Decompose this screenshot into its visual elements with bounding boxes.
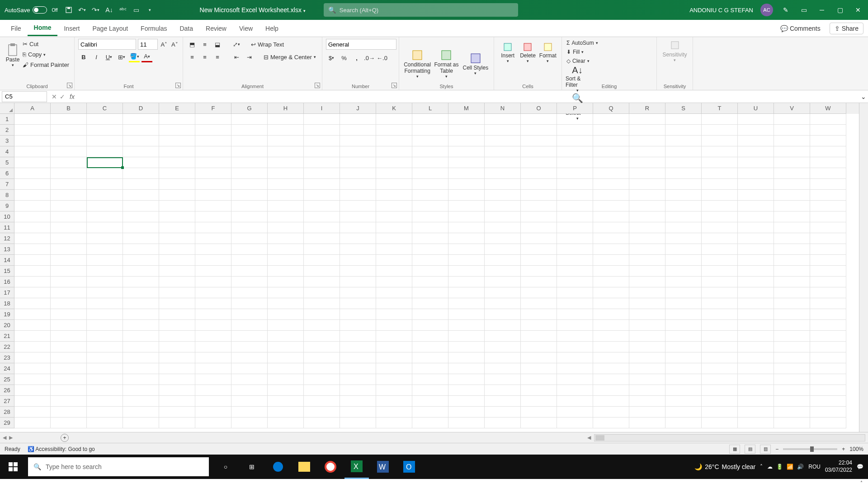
cell[interactable] (412, 298, 448, 309)
cell[interactable] (340, 125, 376, 136)
cell[interactable] (738, 114, 774, 125)
decrease-font-icon[interactable]: A˅ (170, 39, 179, 50)
row-header[interactable]: 8 (0, 190, 14, 201)
row-header[interactable]: 10 (0, 211, 14, 222)
cell[interactable] (159, 211, 195, 222)
cell[interactable] (810, 136, 846, 146)
cell[interactable] (702, 352, 738, 363)
cell[interactable] (87, 396, 123, 407)
cell[interactable] (485, 309, 521, 320)
cell[interactable] (376, 146, 412, 157)
cell[interactable] (702, 233, 738, 244)
cell[interactable] (51, 222, 87, 233)
task-view-icon[interactable]: ⊞ (240, 455, 264, 479)
cell[interactable] (629, 342, 665, 352)
borders-button[interactable]: ⊞▾ (116, 52, 127, 62)
row-header[interactable]: 4 (0, 146, 14, 157)
cell[interactable] (448, 136, 485, 146)
cell[interactable] (376, 418, 412, 428)
cell[interactable] (810, 352, 846, 363)
cell[interactable] (412, 363, 448, 374)
cell[interactable] (738, 179, 774, 190)
cell[interactable] (123, 244, 159, 255)
cell[interactable] (123, 190, 159, 201)
cell[interactable] (304, 352, 340, 363)
column-header[interactable]: H (268, 103, 304, 114)
cell[interactable] (51, 255, 87, 266)
cell[interactable] (629, 201, 665, 211)
cell[interactable] (738, 352, 774, 363)
tab-home[interactable]: Home (28, 20, 58, 36)
cell[interactable] (557, 146, 593, 157)
cell[interactable] (340, 157, 376, 168)
cell[interactable] (665, 277, 702, 287)
cell[interactable] (268, 201, 304, 211)
cell[interactable] (774, 266, 810, 277)
cell[interactable] (14, 331, 51, 342)
cell[interactable] (340, 168, 376, 179)
cell[interactable] (159, 331, 195, 342)
column-header[interactable]: T (702, 103, 738, 114)
cell[interactable] (304, 396, 340, 407)
expand-formula-bar-icon[interactable]: ⌄ (859, 93, 868, 100)
cell[interactable] (51, 385, 87, 396)
cell[interactable] (521, 363, 557, 374)
cell[interactable] (51, 352, 87, 363)
touch-mode-icon[interactable]: ▭ (132, 5, 141, 14)
cell[interactable] (629, 157, 665, 168)
close-icon[interactable]: ✕ (853, 5, 863, 15)
cell[interactable] (268, 407, 304, 418)
column-header[interactable]: M (448, 103, 485, 114)
cell[interactable] (87, 407, 123, 418)
cell[interactable] (485, 331, 521, 342)
cell[interactable] (87, 385, 123, 396)
page-layout-view-icon[interactable]: ▤ (745, 445, 755, 454)
cell[interactable] (810, 396, 846, 407)
cell[interactable] (448, 309, 485, 320)
cell[interactable] (412, 320, 448, 331)
cell[interactable] (521, 190, 557, 201)
name-box[interactable] (2, 91, 47, 102)
cell[interactable] (51, 309, 87, 320)
cell[interactable] (810, 418, 846, 428)
cell[interactable] (774, 309, 810, 320)
cell[interactable] (340, 385, 376, 396)
cell[interactable] (376, 255, 412, 266)
cell[interactable] (14, 352, 51, 363)
column-header[interactable]: G (231, 103, 268, 114)
cell[interactable] (593, 114, 629, 125)
cortana-icon[interactable]: ○ (213, 455, 238, 479)
cell[interactable] (774, 168, 810, 179)
cell[interactable] (774, 407, 810, 418)
cell[interactable] (231, 331, 268, 342)
column-header[interactable]: D (123, 103, 159, 114)
cell[interactable] (51, 168, 87, 179)
cell[interactable] (340, 222, 376, 233)
cell[interactable] (810, 146, 846, 157)
cell[interactable] (123, 233, 159, 244)
cell[interactable] (810, 374, 846, 385)
cell[interactable] (738, 146, 774, 157)
cell[interactable] (593, 320, 629, 331)
cell[interactable] (521, 255, 557, 266)
cell[interactable] (412, 125, 448, 136)
cell[interactable] (702, 287, 738, 298)
cell[interactable] (159, 233, 195, 244)
cell[interactable] (268, 190, 304, 201)
cell[interactable] (376, 287, 412, 298)
cell[interactable] (268, 277, 304, 287)
cell[interactable] (448, 157, 485, 168)
cell[interactable] (485, 418, 521, 428)
cell[interactable] (231, 320, 268, 331)
cell[interactable] (629, 287, 665, 298)
cell[interactable] (87, 125, 123, 136)
column-header[interactable]: F (195, 103, 231, 114)
cell[interactable] (810, 125, 846, 136)
cell[interactable] (485, 342, 521, 352)
cell[interactable] (593, 396, 629, 407)
cell[interactable] (412, 331, 448, 342)
cell[interactable] (231, 114, 268, 125)
cell[interactable] (448, 222, 485, 233)
cell[interactable] (738, 385, 774, 396)
cell[interactable] (304, 168, 340, 179)
